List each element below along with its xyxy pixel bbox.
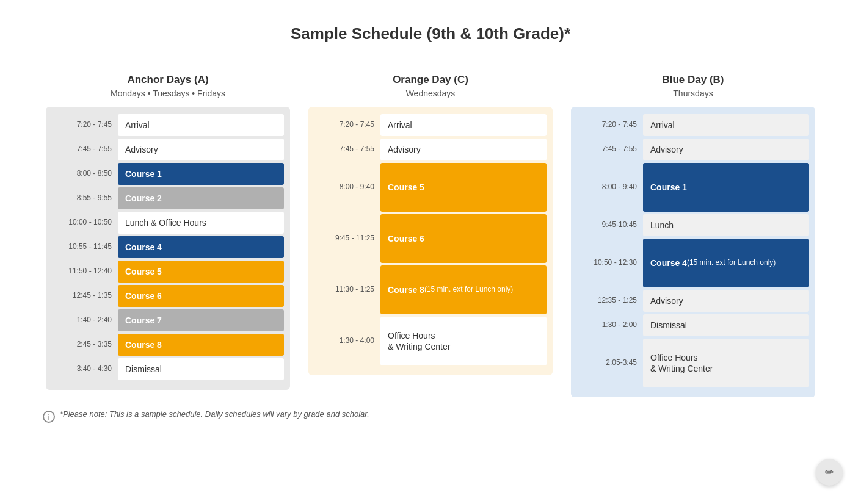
- event-cell: Dismissal: [643, 314, 809, 336]
- time-label: 7:45 - 7:55: [52, 139, 118, 160]
- table-row: 8:55 - 9:55Course 2: [52, 187, 284, 209]
- time-label: 2:05-3:45: [577, 339, 643, 387]
- time-label: 7:20 - 7:45: [577, 114, 643, 136]
- edit-button[interactable]: ✏: [816, 459, 843, 486]
- table-row: 10:00 - 10:50Lunch & Office Hours: [52, 212, 284, 234]
- time-label: 12:45 - 1:35: [52, 285, 118, 307]
- schedule-column-orange: Orange Day (C)Wednesdays7:20 - 7:45Arriv…: [308, 74, 553, 375]
- table-row: 10:55 - 11:45Course 4: [52, 236, 284, 258]
- event-cell: Office Hours & Writing Center: [643, 339, 809, 387]
- event-cell: Course 5: [380, 163, 547, 212]
- table-row: 7:45 - 7:55Advisory: [577, 139, 809, 160]
- event-cell: Course 1: [643, 163, 809, 212]
- event-cell: Course 5: [118, 261, 284, 283]
- event-cell: Course 6: [118, 285, 284, 307]
- time-label: 2:45 - 3:35: [52, 334, 118, 356]
- table-row: 9:45 - 11:25Course 6: [314, 214, 547, 263]
- event-cell: Lunch: [643, 214, 809, 236]
- table-row: 1:30 - 2:00Dismissal: [577, 314, 809, 336]
- orange-heading: Orange Day (C): [393, 74, 468, 86]
- time-label: 7:20 - 7:45: [314, 114, 380, 136]
- blue-grid: 7:20 - 7:45Arrival7:45 - 7:55Advisory8:0…: [571, 107, 815, 397]
- event-cell: Advisory: [380, 139, 547, 160]
- table-row: 3:40 - 4:30Dismissal: [52, 358, 284, 380]
- anchor-heading: Anchor Days (A): [127, 74, 208, 86]
- time-label: 11:30 - 1:25: [314, 265, 380, 314]
- time-label: 7:45 - 7:55: [314, 139, 380, 160]
- time-label: 8:00 - 9:40: [577, 163, 643, 212]
- event-cell: Office Hours & Writing Center: [380, 317, 547, 365]
- table-row: 8:00 - 9:40Course 5: [314, 163, 547, 212]
- event-cell: Dismissal: [118, 358, 284, 380]
- table-row: 12:45 - 1:35Course 6: [52, 285, 284, 307]
- time-label: 1:30 - 4:00: [314, 317, 380, 365]
- time-label: 12:35 - 1:25: [577, 290, 643, 312]
- table-row: 1:30 - 4:00Office Hours & Writing Center: [314, 317, 547, 365]
- event-cell: Arrival: [380, 114, 547, 136]
- orange-grid: 7:20 - 7:45Arrival7:45 - 7:55Advisory8:0…: [308, 107, 553, 375]
- event-cell: Arrival: [643, 114, 809, 136]
- event-cell: Course 7: [118, 309, 284, 331]
- event-cell: Advisory: [643, 290, 809, 312]
- table-row: 8:00 - 8:50Course 1: [52, 163, 284, 185]
- time-label: 11:50 - 12:40: [52, 261, 118, 283]
- event-cell: Course 8: [118, 334, 284, 356]
- time-label: 1:40 - 2:40: [52, 309, 118, 331]
- info-icon: i: [43, 411, 55, 423]
- time-label: 7:45 - 7:55: [577, 139, 643, 160]
- time-label: 7:20 - 7:45: [52, 114, 118, 136]
- event-cell: Course 8(15 min. ext for Lunch only): [380, 265, 547, 314]
- time-label: 1:30 - 2:00: [577, 314, 643, 336]
- event-cell: Course 4: [118, 236, 284, 258]
- table-row: 7:45 - 7:55Advisory: [314, 139, 547, 160]
- table-row: 7:20 - 7:45Arrival: [314, 114, 547, 136]
- time-label: 10:50 - 12:30: [577, 239, 643, 287]
- table-row: 2:05-3:45Office Hours & Writing Center: [577, 339, 809, 387]
- event-cell: Course 2: [118, 187, 284, 209]
- note-section: i *Please note: This is a sample schedul…: [37, 409, 824, 423]
- event-cell: Course 1: [118, 163, 284, 185]
- table-row: 2:45 - 3:35Course 8: [52, 334, 284, 356]
- anchor-grid: 7:20 - 7:45Arrival7:45 - 7:55Advisory8:0…: [46, 107, 290, 390]
- table-row: 9:45-10:45Lunch: [577, 214, 809, 236]
- schedule-column-anchor: Anchor Days (A)Mondays • Tuesdays • Frid…: [46, 74, 290, 390]
- table-row: 7:20 - 7:45Arrival: [52, 114, 284, 136]
- schedules-container: Anchor Days (A)Mondays • Tuesdays • Frid…: [37, 74, 824, 397]
- schedule-column-blue: Blue Day (B)Thursdays7:20 - 7:45Arrival7…: [571, 74, 815, 397]
- event-cell: Advisory: [118, 139, 284, 160]
- table-row: 8:00 - 9:40Course 1: [577, 163, 809, 212]
- anchor-subheading: Mondays • Tuesdays • Fridays: [111, 88, 225, 98]
- time-label: 8:00 - 8:50: [52, 163, 118, 185]
- time-label: 9:45 - 11:25: [314, 214, 380, 263]
- event-cell: Course 6: [380, 214, 547, 263]
- event-cell: Course 4(15 min. ext for Lunch only): [643, 239, 809, 287]
- note-text: *Please note: This is a sample schedule.…: [60, 409, 369, 419]
- time-label: 10:55 - 11:45: [52, 236, 118, 258]
- page-title: Sample Schedule (9th & 10th Grade)*: [37, 24, 824, 43]
- table-row: 11:30 - 1:25Course 8(15 min. ext for Lun…: [314, 265, 547, 314]
- event-cell: Advisory: [643, 139, 809, 160]
- blue-heading: Blue Day (B): [662, 74, 724, 86]
- table-row: 1:40 - 2:40Course 7: [52, 309, 284, 331]
- table-row: 10:50 - 12:30Course 4(15 min. ext for Lu…: [577, 239, 809, 287]
- time-label: 10:00 - 10:50: [52, 212, 118, 234]
- table-row: 12:35 - 1:25Advisory: [577, 290, 809, 312]
- time-label: 8:00 - 9:40: [314, 163, 380, 212]
- table-row: 7:45 - 7:55Advisory: [52, 139, 284, 160]
- table-row: 11:50 - 12:40Course 5: [52, 261, 284, 283]
- time-label: 9:45-10:45: [577, 214, 643, 236]
- orange-subheading: Wednesdays: [406, 88, 456, 98]
- table-row: 7:20 - 7:45Arrival: [577, 114, 809, 136]
- event-cell: Arrival: [118, 114, 284, 136]
- time-label: 8:55 - 9:55: [52, 187, 118, 209]
- event-cell: Lunch & Office Hours: [118, 212, 284, 234]
- time-label: 3:40 - 4:30: [52, 358, 118, 380]
- blue-subheading: Thursdays: [673, 88, 713, 98]
